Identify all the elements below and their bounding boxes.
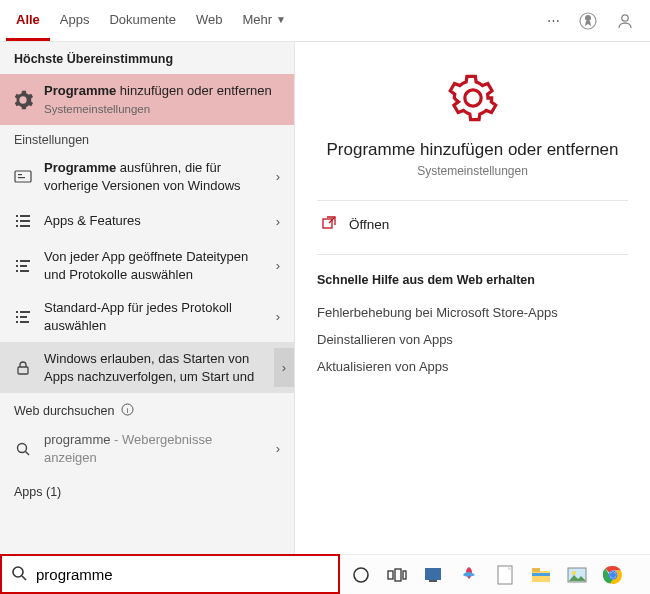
chevron-right-icon[interactable]: ›	[274, 348, 294, 387]
chrome-icon[interactable]	[602, 564, 624, 586]
defaults-icon	[12, 255, 34, 277]
search-bar[interactable]	[0, 554, 340, 594]
svg-rect-24	[18, 367, 28, 374]
tab-alle[interactable]: Alle	[6, 0, 50, 41]
chevron-right-icon: ›	[272, 169, 284, 184]
cortana-icon[interactable]	[350, 564, 372, 586]
svg-rect-22	[16, 321, 18, 323]
result-best-match[interactable]: Programme hinzufügen oder entfernen Syst…	[0, 74, 294, 125]
detail-gear-icon	[317, 70, 628, 126]
result-title: Windows erlauben, das Starten von Apps n…	[44, 350, 264, 385]
svg-rect-41	[532, 573, 550, 576]
svg-rect-14	[16, 265, 18, 267]
rewards-icon[interactable]	[578, 11, 598, 31]
svg-rect-16	[16, 270, 18, 272]
results-panel: Höchste Übereinstimmung Programme hinzuf…	[0, 42, 295, 554]
svg-rect-34	[395, 569, 401, 581]
svg-rect-5	[18, 177, 25, 178]
svg-rect-13	[20, 260, 30, 262]
chevron-right-icon: ›	[272, 441, 284, 456]
svg-point-47	[610, 572, 616, 578]
svg-rect-37	[429, 580, 437, 582]
tab-dokumente[interactable]: Dokumente	[99, 0, 185, 41]
taskbar	[340, 554, 650, 594]
svg-rect-36	[425, 568, 441, 580]
chevron-down-icon: ▼	[276, 14, 286, 25]
chevron-right-icon: ›	[272, 214, 284, 229]
result-subtitle: Systemeinstellungen	[44, 102, 284, 118]
photos-icon[interactable]	[566, 564, 588, 586]
svg-rect-3	[15, 171, 31, 182]
svg-rect-35	[403, 571, 406, 579]
result-title: Standard-App für jedes Protokoll auswähl…	[44, 299, 262, 334]
help-link-2[interactable]: Aktualisieren von Apps	[317, 353, 628, 380]
search-icon	[10, 564, 28, 585]
result-title: Programme ausführen, die für vorherige V…	[44, 159, 262, 194]
divider	[317, 254, 628, 255]
svg-rect-15	[20, 265, 27, 267]
more-icon[interactable]: ⋯	[547, 13, 560, 28]
lock-icon	[12, 357, 34, 379]
svg-rect-20	[16, 316, 18, 318]
web-search-header: Web durchsuchen i	[0, 393, 294, 423]
result-setting-3[interactable]: Standard-App für jedes Protokoll auswähl…	[0, 291, 294, 342]
svg-point-43	[572, 571, 576, 575]
svg-point-30	[13, 567, 23, 577]
result-web[interactable]: programme - Webergebnisse anzeigen ›	[0, 423, 294, 474]
help-link-1[interactable]: Deinstallieren von Apps	[317, 326, 628, 353]
protocol-icon	[12, 306, 34, 328]
search-input[interactable]	[36, 566, 330, 583]
result-title: Apps & Features	[44, 212, 262, 230]
open-label: Öffnen	[349, 217, 389, 232]
taskview-icon[interactable]	[386, 564, 408, 586]
chevron-right-icon: ›	[272, 258, 284, 273]
chevron-right-icon: ›	[272, 309, 284, 324]
help-link-0[interactable]: Fehlerbehebung bei Microsoft Store-Apps	[317, 299, 628, 326]
filter-tabs: Alle Apps Dokumente Web Mehr▼	[6, 0, 296, 41]
account-icon[interactable]	[616, 12, 634, 30]
svg-line-31	[22, 576, 26, 580]
result-setting-1[interactable]: Apps & Features ›	[0, 202, 294, 240]
app-icon-2[interactable]	[458, 564, 480, 586]
svg-rect-4	[18, 174, 22, 175]
svg-rect-9	[20, 220, 30, 222]
svg-point-32	[354, 568, 368, 582]
apps-header: Apps (1)	[0, 475, 294, 503]
svg-rect-39	[532, 571, 550, 582]
search-icon	[12, 438, 34, 460]
svg-rect-17	[20, 270, 29, 272]
top-tab-bar: Alle Apps Dokumente Web Mehr▼ ⋯	[0, 0, 650, 42]
result-setting-2[interactable]: Von jeder App geöffnete Dateitypen und P…	[0, 240, 294, 291]
best-match-header: Höchste Übereinstimmung	[0, 42, 294, 74]
svg-rect-21	[20, 316, 27, 318]
result-title: Von jeder App geöffnete Dateitypen und P…	[44, 248, 262, 283]
svg-text:i: i	[126, 406, 128, 415]
svg-rect-29	[323, 219, 332, 228]
detail-panel: Programme hinzufügen oder entfernen Syst…	[295, 42, 650, 554]
svg-rect-6	[16, 215, 18, 217]
detail-title: Programme hinzufügen oder entfernen	[317, 140, 628, 160]
gear-icon	[12, 89, 34, 111]
tab-mehr[interactable]: Mehr▼	[232, 0, 296, 41]
explorer-icon[interactable]	[530, 564, 552, 586]
svg-rect-8	[16, 220, 18, 222]
svg-rect-23	[20, 321, 29, 323]
tab-web[interactable]: Web	[186, 0, 233, 41]
app-icon-3[interactable]	[494, 564, 516, 586]
info-icon[interactable]: i	[121, 403, 134, 419]
result-setting-0[interactable]: Programme ausführen, die für vorherige V…	[0, 151, 294, 202]
settings-header: Einstellungen	[0, 125, 294, 151]
svg-rect-7	[20, 215, 30, 217]
result-title: programme - Webergebnisse anzeigen	[44, 431, 262, 466]
svg-rect-40	[532, 568, 540, 572]
result-setting-4[interactable]: Windows erlauben, das Starten von Apps n…	[0, 342, 294, 393]
result-title: Programme hinzufügen oder entfernen	[44, 82, 284, 100]
tab-apps[interactable]: Apps	[50, 0, 100, 41]
app-icon-1[interactable]	[422, 564, 444, 586]
svg-point-27	[18, 443, 27, 452]
detail-subtitle: Systemeinstellungen	[317, 164, 628, 178]
topbar-actions: ⋯	[547, 11, 644, 31]
svg-rect-10	[16, 225, 18, 227]
svg-rect-19	[20, 311, 30, 313]
open-button[interactable]: Öffnen	[317, 201, 628, 248]
